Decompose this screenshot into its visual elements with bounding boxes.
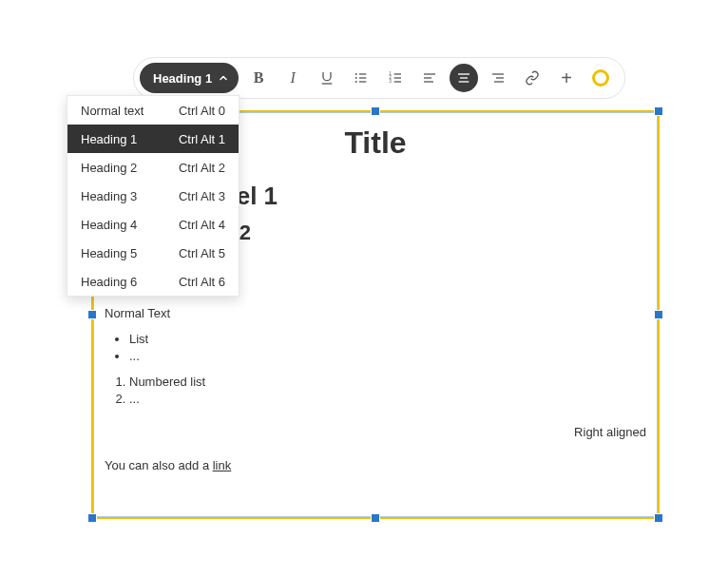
style-option[interactable]: Heading 6Ctrl Alt 6: [67, 267, 239, 296]
doc-normal-text: Normal Text: [105, 306, 646, 322]
link-icon: [525, 70, 540, 86]
resize-handle[interactable]: [372, 514, 379, 522]
resize-handle[interactable]: [88, 514, 96, 522]
style-option-label: Heading 1: [81, 132, 137, 146]
plus-icon: +: [561, 68, 572, 87]
style-option[interactable]: Heading 2Ctrl Alt 2: [67, 153, 239, 182]
doc-numbered-list: Numbered list...: [105, 375, 646, 408]
align-left-icon: [422, 70, 437, 86]
resize-handle[interactable]: [655, 107, 662, 115]
italic-button[interactable]: I: [278, 64, 307, 92]
style-option-shortcut: Ctrl Alt 2: [179, 161, 225, 175]
paragraph-style-menu: Normal textCtrl Alt 0Heading 1Ctrl Alt 1…: [67, 95, 239, 297]
list-item: Numbered list: [129, 375, 646, 391]
numbered-list-icon: 123: [388, 70, 403, 86]
italic-icon: I: [290, 69, 295, 87]
style-option-label: Normal text: [81, 104, 144, 118]
style-option[interactable]: Normal textCtrl Alt 0: [67, 96, 239, 125]
style-option-label: Heading 6: [81, 275, 137, 289]
link-button[interactable]: [518, 64, 546, 92]
style-option-label: Heading 5: [81, 246, 137, 260]
bullet-list-icon: [354, 70, 369, 86]
style-option-shortcut: Ctrl Alt 3: [179, 189, 225, 203]
paragraph-style-label: Heading 1: [153, 71, 212, 86]
style-option-shortcut: Ctrl Alt 5: [179, 246, 225, 260]
style-option-label: Heading 2: [81, 161, 137, 175]
style-option-shortcut: Ctrl Alt 4: [179, 218, 225, 232]
svg-text:3: 3: [389, 79, 392, 84]
numbered-list-button[interactable]: 123: [381, 64, 410, 92]
list-item: ...: [129, 392, 646, 408]
style-option[interactable]: Heading 5Ctrl Alt 5: [67, 239, 239, 267]
resize-handle[interactable]: [372, 107, 379, 115]
svg-point-6: [355, 81, 357, 83]
resize-handle[interactable]: [655, 311, 662, 318]
list-item: List: [129, 332, 646, 348]
resize-handle[interactable]: [655, 514, 662, 522]
svg-point-4: [355, 73, 357, 75]
align-center-icon: [456, 70, 471, 86]
add-button[interactable]: +: [552, 64, 581, 92]
style-option-shortcut: Ctrl Alt 1: [179, 132, 225, 146]
doc-link[interactable]: link: [213, 458, 232, 472]
bold-button[interactable]: B: [244, 64, 273, 92]
style-option[interactable]: Heading 4Ctrl Alt 4: [67, 210, 239, 239]
doc-right-aligned: Right aligned: [105, 425, 646, 441]
doc-link-line: You can also add a link: [105, 458, 646, 474]
style-option[interactable]: Heading 3Ctrl Alt 3: [67, 182, 239, 210]
style-option-label: Heading 4: [81, 218, 137, 232]
style-option-label: Heading 3: [81, 189, 137, 203]
align-left-button[interactable]: [415, 64, 444, 92]
style-option-shortcut: Ctrl Alt 0: [179, 104, 225, 118]
resize-handle[interactable]: [88, 311, 96, 318]
chevron-up-icon: [218, 72, 229, 84]
bullet-list-button[interactable]: [347, 64, 375, 92]
style-option-shortcut: Ctrl Alt 6: [179, 275, 225, 289]
link-prefix-text: You can also add a: [105, 458, 213, 472]
paragraph-style-dropdown[interactable]: Heading 1: [140, 63, 239, 93]
underline-button[interactable]: [313, 64, 341, 92]
align-center-button[interactable]: [450, 64, 478, 92]
more-options-button[interactable]: [586, 64, 615, 92]
style-option[interactable]: Heading 1Ctrl Alt 1: [67, 125, 239, 153]
doc-bullet-list: List...: [105, 332, 646, 365]
svg-point-5: [355, 77, 357, 79]
formatting-toolbar: Heading 1 B I 123 +: [133, 57, 625, 99]
circle-ring-icon: [592, 69, 609, 87]
align-right-button[interactable]: [484, 64, 512, 92]
align-right-icon: [490, 70, 506, 86]
bold-icon: B: [254, 69, 264, 87]
underline-icon: [319, 70, 335, 86]
list-item: ...: [129, 349, 646, 365]
